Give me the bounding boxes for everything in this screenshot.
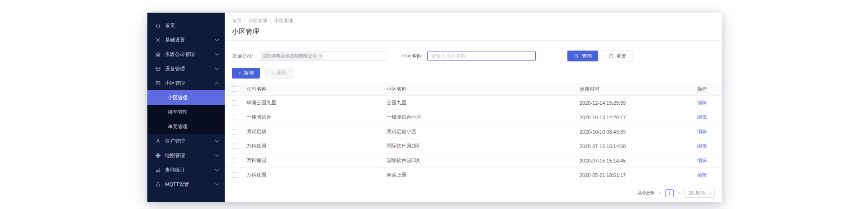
table-row: 华润公园九里 公园九里 2020-12-14 15:29:39 编辑	[225, 96, 722, 110]
edit-link[interactable]: 编辑	[697, 100, 707, 105]
search-button[interactable]: 查询	[567, 51, 598, 61]
cell-company-name: 一楼测试台	[246, 114, 387, 121]
edit-link[interactable]: 编辑	[697, 172, 707, 177]
chevron-icon	[215, 52, 219, 56]
sidebar-item[interactable]: 首页	[147, 18, 225, 33]
edit-link[interactable]: 编辑	[697, 158, 707, 163]
next-page-button[interactable]: >	[678, 190, 680, 196]
cell-updated-time: 2020-07-15 15:14:50	[580, 144, 697, 149]
column-header-company: 公司名称	[246, 86, 387, 93]
sidebar-item-label: 供暖公司管理	[165, 51, 216, 58]
company-select[interactable]: 沈阳泰科流体控制有限公司 ×	[258, 51, 387, 61]
main-content: 首页/ 小区管理/ 小区管理/ 小区管理 所属公司: 沈阳泰科流体控制有限公司	[225, 13, 722, 202]
breadcrumb-item[interactable]: 小区管理/	[274, 17, 293, 23]
chevron-icon	[215, 153, 219, 157]
home-icon	[155, 22, 161, 28]
cell-company-name: 万科臻园	[246, 143, 387, 149]
cell-community-name: 测试启动小区	[387, 128, 580, 135]
column-header-community: 小区名称	[387, 86, 580, 93]
sidebar-item[interactable]: 地图管理	[147, 148, 225, 163]
sidebar-item[interactable]: 楼宇管理	[147, 105, 225, 119]
sidebar-item-label: MQTT设置	[165, 181, 216, 188]
close-icon[interactable]: ×	[319, 54, 322, 59]
row-checkbox[interactable]	[232, 129, 237, 135]
sidebar-menu: 首页 基础设置 供暖公司管理 设备管理	[147, 18, 225, 191]
breadcrumb-label: 首页	[232, 18, 241, 23]
chart-icon	[155, 167, 161, 173]
row-checkbox[interactable]	[232, 100, 237, 106]
company-tag-label: 沈阳泰科流体控制有限公司	[263, 53, 317, 59]
sidebar-item[interactable]: 住户管理	[147, 134, 225, 148]
cell-community-name: 公园九里	[387, 99, 580, 106]
company-tag: 沈阳泰科流体控制有限公司 ×	[260, 52, 324, 60]
breadcrumb: 首页/ 小区管理/ 小区管理/	[232, 17, 715, 23]
breadcrumb-item[interactable]: 首页/	[232, 17, 248, 23]
edit-link[interactable]: 编辑	[697, 129, 707, 134]
reset-button-label: 重置	[616, 53, 626, 60]
sidebar-item-label: 小区管理	[168, 94, 216, 101]
cell-company-name: 华润公园九里	[246, 99, 387, 106]
community-name-input[interactable]	[430, 53, 533, 59]
sidebar: 首页 基础设置 供暖公司管理 设备管理	[147, 13, 225, 202]
delete-button[interactable]: − 删除	[265, 68, 293, 79]
community-icon	[155, 80, 161, 86]
page-number-current[interactable]: 1	[665, 189, 674, 197]
row-checkbox[interactable]	[232, 172, 237, 178]
table-header-row: 公司名称 小区名称 更新时间 操作	[225, 83, 722, 96]
page-title: 小区管理	[232, 27, 715, 36]
filter-toolbar: 所属公司: 沈阳泰科流体控制有限公司 × 小区名称: 查询 重置	[232, 51, 715, 61]
sidebar-item[interactable]: 小区管理	[147, 90, 225, 105]
community-table: 公司名称 小区名称 更新时间 操作 华润公园九里 公园九里 2020-12-14…	[225, 83, 722, 182]
cell-community-name: 国际软件园C区	[387, 157, 580, 164]
sidebar-item[interactable]: 供暖公司管理	[147, 47, 225, 61]
breadcrumb-item[interactable]: 小区管理/	[248, 17, 274, 23]
row-checkbox[interactable]	[232, 115, 237, 120]
sidebar-item[interactable]: 设备管理	[147, 61, 225, 76]
sidebar-item[interactable]: 单元管理	[147, 119, 225, 134]
pagination-total: 共6记录	[637, 190, 654, 196]
sidebar-item[interactable]: 小区管理	[147, 76, 225, 90]
sidebar-item[interactable]: MQTT设置	[147, 177, 225, 191]
breadcrumb-label: 小区管理	[274, 18, 293, 23]
sidebar-item-label: 楼宇管理	[168, 109, 216, 116]
edit-link[interactable]: 编辑	[697, 114, 707, 120]
breadcrumb-label: 小区管理	[248, 18, 267, 23]
cell-company-name: 测试启动	[246, 128, 387, 135]
breadcrumb-separator: /	[244, 18, 245, 23]
plus-icon: +	[238, 70, 241, 76]
search-icon	[574, 53, 580, 59]
chevron-icon	[215, 182, 219, 186]
breadcrumb-separator: /	[270, 18, 271, 23]
sidebar-item-label: 设备管理	[165, 65, 216, 72]
sidebar-item-label: 查询统计	[165, 167, 216, 173]
page-size-select[interactable]: 20 条/页	[684, 189, 715, 198]
gear-icon	[155, 37, 161, 43]
row-checkbox[interactable]	[232, 144, 237, 149]
chevron-icon	[215, 167, 219, 171]
community-filter-label: 小区名称:	[401, 53, 423, 60]
chevron-down-icon	[708, 190, 712, 194]
row-checkbox[interactable]	[232, 158, 237, 163]
reset-button[interactable]: 重置	[602, 51, 632, 61]
sidebar-item[interactable]: 查询统计	[147, 163, 225, 177]
prev-page-button[interactable]: <	[659, 190, 661, 196]
sidebar-item-label: 住户管理	[165, 138, 216, 144]
refresh-icon	[608, 53, 614, 59]
sidebar-item-label: 地图管理	[165, 152, 216, 159]
cell-company-name: 万科臻园	[246, 172, 387, 178]
edit-link[interactable]: 编辑	[697, 143, 707, 149]
select-all-checkbox[interactable]	[232, 86, 237, 92]
company-filter-label: 所属公司:	[232, 53, 253, 60]
sidebar-item[interactable]: 基础设置	[147, 33, 225, 47]
minus-icon: −	[272, 70, 275, 76]
chevron-icon	[215, 66, 219, 70]
chevron-icon	[215, 139, 219, 142]
mqtt-icon	[155, 181, 161, 187]
search-button-label: 查询	[582, 53, 592, 60]
community-name-field	[427, 51, 536, 61]
table-row: 万科臻园 国际软件园D区 2020-07-15 15:14:50 编辑	[225, 139, 722, 153]
chevron-icon	[215, 82, 219, 85]
chevron-icon	[215, 37, 219, 41]
table-row: 测试启动 测试启动小区 2020-10-10 08:43:39 编辑	[225, 125, 722, 139]
add-button[interactable]: + 新增	[232, 68, 260, 79]
